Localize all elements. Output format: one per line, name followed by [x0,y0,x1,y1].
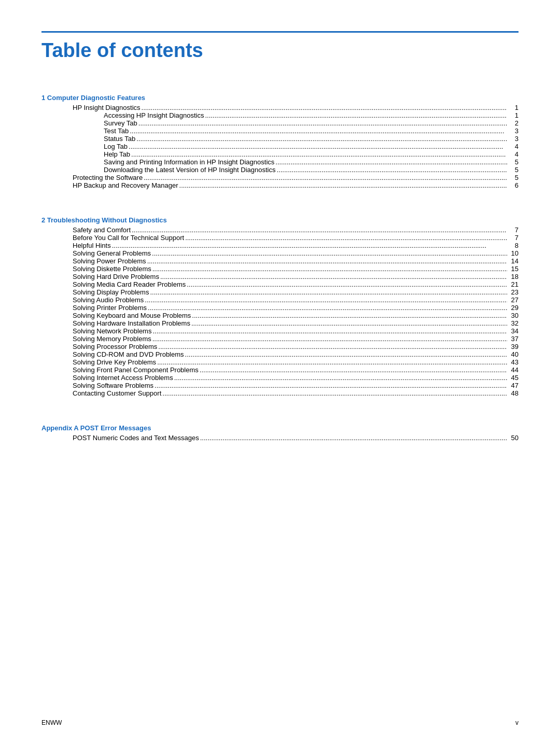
toc-page: 30 [508,312,519,319]
toc-entry[interactable]: Contacting Customer Support ............… [41,389,519,397]
toc-label: Solving Audio Problems [73,296,144,304]
toc-entry[interactable]: Solving Software Problems ..............… [41,382,519,389]
footer: ENWW v [41,719,519,726]
toc-label: Solving Power Problems [73,257,146,265]
toc-label: Solving Internet Access Problems [73,374,173,382]
toc-page: 47 [508,382,519,389]
toc-row: Safety and Comfort .....................… [41,226,519,234]
toc-dots: ........................................… [112,242,507,249]
toc-row: Solving General Problems ...............… [41,249,519,257]
toc-entry[interactable]: Solving Processor Problems .............… [41,343,519,350]
toc-entry[interactable]: Test Tab ...............................… [41,127,519,135]
toc-dots: ........................................… [205,111,507,119]
toc-label: Log Tab [104,143,128,150]
toc-dots: ........................................… [276,166,507,174]
toc-entry[interactable]: Solving Hardware Installation Problems .… [41,319,519,327]
toc-dots: ........................................… [157,358,507,366]
toc-label: Solving Front Panel Component Problems [73,366,199,374]
footer-right: v [515,719,519,726]
toc-entry[interactable]: Solving Diskette Problems ..............… [41,265,519,273]
toc-entry[interactable]: Solving Hard Drive Problems ............… [41,273,519,280]
toc-entry[interactable]: Solving Audio Problems .................… [41,296,519,304]
toc-entry[interactable]: Protecting the Software ................… [41,174,519,181]
toc-row: Helpful Hints ..........................… [41,242,519,249]
section-heading-3: Appendix A POST Error Messages [41,424,519,432]
toc-label: Helpful Hints [73,242,111,249]
toc-dots: ........................................… [158,343,507,350]
toc-label: Help Tab [104,150,130,158]
footer-left: ENWW [41,719,62,726]
toc-row: Accessing HP Insight Diagnostics .......… [41,111,519,119]
section-gap [41,442,519,456]
toc-dots: ........................................… [275,158,507,166]
toc-label: Solving General Problems [73,249,151,257]
toc-entry[interactable]: Solving Network Problems ...............… [41,327,519,335]
toc-entry[interactable]: HP Insight Diagnostics .................… [41,104,519,111]
toc-label: Solving Media Card Reader Problems [73,280,186,288]
toc-entry[interactable]: Solving Internet Access Problems .......… [41,374,519,382]
toc-dots: ........................................… [200,366,507,374]
toc-page: 37 [508,335,519,343]
toc-label: Solving Hardware Installation Problems [73,319,190,327]
toc-entry[interactable]: Solving Front Panel Component Problems .… [41,366,519,374]
toc-entry[interactable]: Before You Call for Technical Support ..… [41,234,519,242]
page: Table of contents 1 Computer Diagnostic … [0,0,560,745]
toc-dots: ........................................… [144,174,507,181]
toc-label: Solving Processor Problems [73,343,157,350]
toc-page: 18 [508,273,519,280]
toc-entry[interactable]: Solving General Problems ...............… [41,249,519,257]
toc-entry[interactable]: Survey Tab .............................… [41,119,519,127]
toc-entry[interactable]: Solving Memory Problems ................… [41,335,519,343]
toc-row: Help Tab ...............................… [41,150,519,158]
toc-row: HP Insight Diagnostics .................… [41,104,519,111]
toc-page: 48 [508,389,519,397]
toc-page: 23 [508,288,519,296]
toc-entry[interactable]: Safety and Comfort .....................… [41,226,519,234]
toc-row: Status Tab .............................… [41,135,519,143]
toc-dots: ........................................… [200,434,507,442]
toc-label: Test Tab [104,127,129,135]
toc-label: Safety and Comfort [73,226,131,234]
toc-entry[interactable]: Solving Drive Key Problems .............… [41,358,519,366]
toc-page: 7 [508,226,519,234]
toc-entry[interactable]: Solving Display Problems ...............… [41,288,519,296]
toc-row: Survey Tab .............................… [41,119,519,127]
toc-entry[interactable]: POST Numeric Codes and Text Messages ...… [41,434,519,442]
toc-label: Status Tab [104,135,135,143]
toc-row: POST Numeric Codes and Text Messages ...… [41,434,519,442]
toc-page: 14 [508,257,519,265]
toc-label: Solving Memory Problems [73,335,151,343]
toc-entry[interactable]: Helpful Hints ..........................… [41,242,519,249]
toc-page: 15 [508,265,519,273]
toc-entry[interactable]: Solving CD-ROM and DVD Problems ........… [41,350,519,358]
toc-dots: ........................................… [160,273,507,280]
toc-label: Saving and Printing Information in HP In… [104,158,274,166]
toc-dots: ........................................… [191,319,507,327]
toc-page: 1 [508,111,519,119]
toc-entry[interactable]: Solving Media Card Reader Problems .....… [41,280,519,288]
toc-page: 4 [508,150,519,158]
toc-entry[interactable]: Status Tab .............................… [41,135,519,143]
toc-dots: ........................................… [152,335,507,343]
toc-row: Downloading the Latest Version of HP Ins… [41,166,519,174]
toc-dots: ........................................… [130,127,507,135]
toc-label: HP Insight Diagnostics [73,104,141,111]
toc-page: 5 [508,174,519,181]
toc-entry[interactable]: HP Backup and Recovery Manager .........… [41,181,519,189]
toc-entry[interactable]: Accessing HP Insight Diagnostics .......… [41,111,519,119]
toc-entry[interactable]: Help Tab ...............................… [41,150,519,158]
section-gap [41,397,519,412]
toc-label: Accessing HP Insight Diagnostics [104,111,204,119]
toc-dots: ........................................… [152,249,507,257]
toc-entry[interactable]: Downloading the Latest Version of HP Ins… [41,166,519,174]
toc-label: HP Backup and Recovery Manager [73,181,178,189]
toc-entry[interactable]: Solving Power Problems .................… [41,257,519,265]
toc-page: 21 [508,280,519,288]
toc-dots: ........................................… [145,296,507,304]
toc-entry[interactable]: Log Tab ................................… [41,143,519,150]
toc-dots: ........................................… [131,150,507,158]
toc-entry[interactable]: Solving Printer Problems ...............… [41,304,519,312]
toc-entry[interactable]: Saving and Printing Information in HP In… [41,158,519,166]
toc-entry[interactable]: Solving Keyboard and Mouse Problems ....… [41,312,519,319]
toc-label: Solving Network Problems [73,327,151,335]
